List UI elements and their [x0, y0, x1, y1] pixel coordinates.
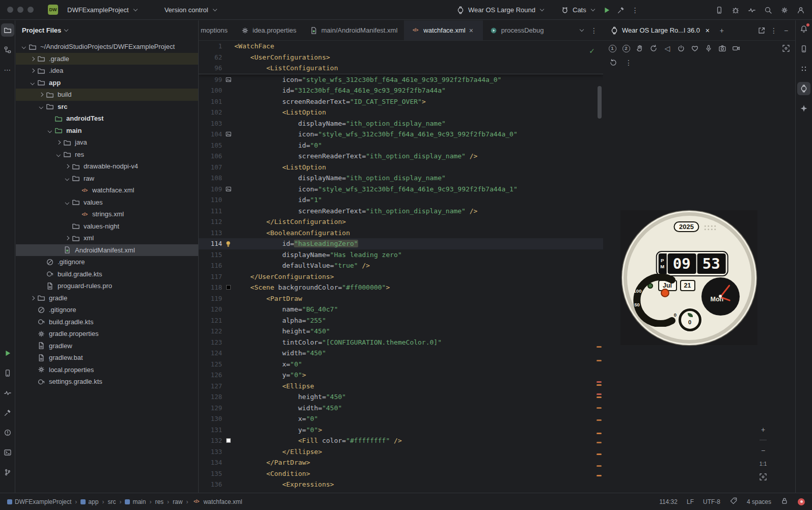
tree-item[interactable]: androidTest: [16, 112, 198, 125]
inspection-ok-icon[interactable]: ✓: [589, 46, 595, 57]
breadcrumb-item[interactable]: app: [80, 498, 98, 505]
code-line[interactable]: 115 displayName="Has leading zero": [199, 249, 603, 261]
breadcrumb-item[interactable]: main: [125, 498, 146, 505]
code-line[interactable]: 106 screenReaderText="ith_option_display…: [199, 151, 603, 162]
zoom-window-button[interactable]: [28, 7, 34, 13]
line-number[interactable]: 96: [199, 63, 222, 74]
editor-tab[interactable]: idea.properties: [234, 20, 303, 40]
running-devices-button[interactable]: [797, 82, 810, 95]
gemini-button[interactable]: [797, 102, 810, 115]
search-everywhere-button[interactable]: [761, 3, 775, 17]
expand-chevron[interactable]: [37, 105, 45, 108]
code-line[interactable]: 102 <ListOption: [199, 107, 603, 118]
tree-item[interactable]: build: [16, 89, 198, 101]
tree-item[interactable]: app: [16, 77, 198, 89]
layout-inspector-button[interactable]: [797, 62, 810, 75]
expand-chevron[interactable]: [55, 153, 62, 156]
device-selector[interactable]: Wear OS Large Round: [451, 4, 549, 17]
project-view-button[interactable]: [1, 23, 14, 37]
stripe-mark[interactable]: [597, 465, 602, 467]
back-button[interactable]: ◁: [661, 42, 673, 54]
stripe-mark[interactable]: [597, 381, 602, 383]
breadcrumb-item[interactable]: raw: [173, 498, 182, 505]
stripe-mark[interactable]: [597, 360, 602, 361]
reset-view-button[interactable]: [607, 56, 619, 69]
hidden-tabs-button[interactable]: [575, 24, 587, 37]
tree-item[interactable]: values: [16, 196, 198, 209]
indent-widget[interactable]: 4 spaces: [747, 498, 771, 505]
editor-scrollbar[interactable]: [598, 86, 602, 119]
line-number[interactable]: 113: [199, 228, 222, 239]
tree-item[interactable]: xml: [16, 232, 198, 244]
minimize-window-button[interactable]: [17, 7, 23, 13]
profiler-view-button[interactable]: [1, 386, 14, 400]
line-number[interactable]: 107: [199, 162, 222, 173]
build-view-button[interactable]: [1, 406, 14, 419]
project-view-title[interactable]: Project Files: [22, 26, 61, 34]
tree-item[interactable]: drawable-nodpi-v4: [16, 160, 198, 173]
line-number[interactable]: 133: [199, 446, 222, 458]
tree-item[interactable]: </>strings.xml: [16, 208, 198, 220]
stripe-mark[interactable]: [597, 475, 602, 476]
palm-gesture-button[interactable]: [634, 42, 646, 54]
code-line[interactable]: 112 </ListConfiguration>: [199, 216, 603, 228]
stripe-mark[interactable]: [597, 393, 602, 395]
line-number[interactable]: 124: [199, 348, 222, 359]
power-button[interactable]: [675, 42, 687, 54]
profiler-button[interactable]: [745, 3, 759, 17]
tree-item[interactable]: gradlew.bat: [16, 352, 198, 364]
heart-rate-button[interactable]: [689, 42, 701, 54]
tree-item[interactable]: java: [16, 136, 198, 149]
tree-item[interactable]: proguard-rules.pro: [16, 280, 198, 292]
code-line[interactable]: 127 <Ellipse: [199, 381, 603, 392]
settings-button[interactable]: [777, 3, 792, 17]
code-line[interactable]: 119 <PartDraw: [199, 293, 603, 304]
stripe-mark[interactable]: [597, 407, 602, 409]
tree-item[interactable]: build.gradle.kts: [16, 316, 198, 328]
editor-tab[interactable]: </>watchface.xml×: [404, 20, 482, 40]
stripe-mark[interactable]: [597, 433, 602, 434]
line-number[interactable]: 102: [199, 107, 222, 118]
line-number[interactable]: 123: [199, 337, 222, 348]
hide-panel-button[interactable]: −: [780, 24, 792, 37]
line-number[interactable]: 117: [199, 271, 222, 282]
expand-chevron[interactable]: [46, 129, 53, 132]
tree-item[interactable]: .gitignore: [16, 304, 198, 316]
code-line[interactable]: 62 <UserConfigurations>: [199, 52, 603, 63]
line-number[interactable]: 118: [199, 282, 222, 293]
code-line[interactable]: 136 <Expressions>: [199, 479, 603, 490]
tree-item[interactable]: local.properties: [16, 364, 198, 376]
line-number[interactable]: 105: [199, 140, 222, 151]
code-line[interactable]: 104 icon="style_wfs_312c30bf_f64a_461e_9…: [199, 129, 603, 140]
zoom-in-button[interactable]: +: [757, 423, 769, 436]
tag-widget[interactable]: [729, 497, 738, 506]
line-number[interactable]: 127: [199, 381, 222, 392]
line-number[interactable]: 122: [199, 326, 222, 337]
code-line[interactable]: 109 icon="style_wfs_312c30bf_f64a_461e_9…: [199, 184, 603, 195]
code-line[interactable]: 107 <ListOption: [199, 162, 603, 173]
version-control-view-button[interactable]: [1, 466, 14, 479]
tree-item[interactable]: .idea: [16, 65, 198, 77]
stripe-mark[interactable]: [597, 442, 602, 443]
problems-view-button[interactable]: [1, 426, 14, 439]
code-line[interactable]: 110 id="1": [199, 194, 603, 206]
code-line[interactable]: 114 id="hasLeadingZero": [199, 238, 603, 249]
build-button[interactable]: [614, 3, 628, 17]
code-line[interactable]: 135 <Condition>: [199, 468, 603, 479]
code-line[interactable]: 105 id="0": [199, 140, 603, 151]
editor-tab[interactable]: moptions: [199, 20, 234, 40]
expand-chevron[interactable]: [29, 297, 36, 300]
device-manager-button[interactable]: [712, 3, 726, 17]
line-number[interactable]: 111: [199, 206, 222, 217]
line-number[interactable]: 131: [199, 424, 222, 436]
terminal-view-button[interactable]: [1, 446, 14, 459]
version-control-menu[interactable]: Version control: [159, 4, 222, 16]
line-number[interactable]: 136: [199, 479, 222, 490]
code-line[interactable]: 113 <BooleanConfiguration: [199, 228, 603, 239]
line-number[interactable]: 1: [199, 41, 222, 52]
code-editor[interactable]: 1<WatchFace62 <UserConfigurations>96 <Li…: [199, 41, 603, 493]
line-number[interactable]: 119: [199, 293, 222, 304]
line-number[interactable]: 62: [199, 52, 222, 63]
expand-chevron[interactable]: [20, 45, 28, 48]
tree-item[interactable]: gradle.properties: [16, 328, 198, 340]
